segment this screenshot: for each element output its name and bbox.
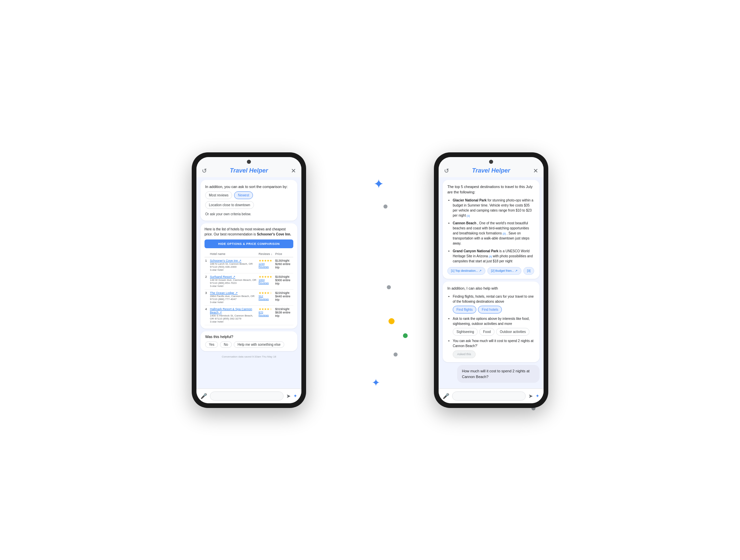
app-header-2: ↺ Travel Helper ✕ (439, 165, 544, 177)
sightseeing-chip[interactable]: Sightseeing (453, 328, 478, 336)
phone-1-screen: ↺ Travel Helper ✕ In addition, you can a… (196, 157, 301, 403)
chip-most-reviews[interactable]: Most reviews (205, 191, 232, 199)
camera-2 (489, 160, 493, 164)
food-chip[interactable]: Food (479, 328, 494, 336)
sort-chips: Most reviews Newest Location close to do… (205, 191, 293, 209)
ref-chip-2[interactable]: [2] Budget frien... ↗ (487, 267, 521, 275)
chat-input-1[interactable] (210, 391, 284, 401)
row4-name[interactable]: Hallmark Resort & Spa Cannon Beach ↗ (210, 307, 257, 314)
dest1-ref: [1] (467, 214, 470, 217)
bottom-bar-1: 🎤 ➤ ✦ (196, 388, 301, 403)
magic-icon-2[interactable]: ✦ (535, 393, 540, 399)
row3-name[interactable]: The Ocean Lodge ↗ (210, 291, 257, 295)
dest2-name: Cannon Beach (453, 221, 476, 225)
hotel-table: Hotel name Reviews ↓ Price 1 Schooner's … (205, 251, 293, 325)
also-help-intro: In addition, I can also help with (447, 286, 535, 291)
row3-info: The Ocean Lodge ↗ 2864 Pacific Ave, Cann… (209, 290, 258, 306)
row1-name[interactable]: Schooner's Cove Inn ↗ (210, 259, 257, 262)
dest1-name: Glacier National Park (453, 198, 487, 202)
destinations-intro: The top 5 cheapest destinations to trave… (447, 184, 535, 195)
user-message: How much will it cost to spend 2 nights … (457, 365, 540, 383)
send-icon-1[interactable]: ➤ (286, 393, 291, 399)
dot-gray-3 (394, 352, 398, 357)
col-name-header: Hotel name (209, 251, 258, 257)
row2-price: $150/night $300 entire trip (274, 273, 293, 290)
yes-chip[interactable]: Yes (205, 341, 218, 348)
row1-type: 3-star hotel (210, 268, 257, 271)
row4-info: Hallmark Resort & Spa Cannon Beach ↗ 140… (209, 306, 258, 325)
sparkle-icon-2: ✦ (373, 178, 384, 190)
app-title-1: Travel Helper (230, 167, 268, 174)
col-reviews-header: Reviews ↓ (258, 251, 275, 257)
row3-stars: ★★★★☆ 912 Reviews (258, 290, 275, 306)
row3-num: 3 (205, 290, 209, 306)
magic-icon-1[interactable]: ✦ (293, 393, 297, 399)
ref-chip-1[interactable]: [1] Top destination... ↗ (447, 267, 485, 275)
phone-2: ↺ Travel Helper ✕ The top 5 cheapest des… (434, 152, 548, 408)
dest2-ref: [2] (503, 232, 506, 235)
destination-2: Cannon Beach , One of the world's most b… (453, 221, 535, 246)
destinations-list: Glacier National Park for stunning photo… (447, 198, 535, 264)
row4-stars: ★★★★☆ 870 Reviews (258, 306, 275, 325)
dot-gray-1 (383, 204, 387, 209)
chip-location[interactable]: Location close to downtown (205, 201, 254, 209)
row1-info: Schooner's Cove Inn ↗ 188 N Larch St, Ca… (209, 257, 258, 273)
row1-stars: ★★★★★ 1234 Reviews (258, 257, 275, 273)
no-chip[interactable]: No (220, 341, 232, 348)
row2-num: 2 (205, 273, 209, 290)
row2-stars: ★★★★★ 1004 Reviews (258, 273, 275, 290)
destination-3: Grand Canyon National Park is a UNESCO W… (453, 249, 535, 264)
feedback-chips: Yes No Help me with something else (205, 341, 293, 348)
table-row: 3 The Ocean Lodge ↗ 2864 Pacific Ave, Ca… (205, 290, 293, 306)
row3-price: $220/night $440 entire trip (274, 290, 293, 306)
row2-info: Surfsand Resort ↗ 148 W Gower Ave, Canno… (209, 273, 258, 290)
outdoor-chip[interactable]: Outdoor activities (496, 328, 529, 336)
table-row: 2 Surfsand Resort ↗ 148 W Gower Ave, Can… (205, 273, 293, 290)
col-price-header: Price (274, 251, 293, 257)
dot-green-2 (403, 333, 408, 338)
reference-chips: [1] Top destination... ↗ [2] Budget frie… (447, 267, 535, 275)
phone-1-notch (196, 157, 301, 165)
row1-addr: 188 N Larch St, Cannon Beach, OR 97110 (… (210, 262, 257, 268)
chip-newest[interactable]: Newest (234, 191, 253, 199)
row4-num: 4 (205, 306, 209, 325)
find-hotels-chip[interactable]: Find hotels (478, 306, 502, 313)
mic-icon-2[interactable]: 🎤 (443, 393, 449, 399)
sparkle-icon-3: ✦ (372, 378, 380, 388)
help-chip[interactable]: Help me with something else (234, 341, 284, 348)
history-icon-1[interactable]: ↺ (202, 167, 207, 175)
mic-icon-1[interactable]: 🎤 (200, 393, 207, 399)
row1-num: 1 (205, 257, 209, 273)
phone-2-notch (439, 157, 544, 165)
chat-input-2[interactable] (452, 391, 526, 401)
close-icon-2[interactable]: ✕ (533, 167, 538, 175)
camera-1 (247, 160, 251, 164)
destination-1: Glacier National Park for stunning photo… (453, 198, 535, 218)
phone-1: ↺ Travel Helper ✕ In addition, you can a… (192, 152, 306, 408)
interest-chips: Sightseeing Food Outdoor activities (453, 328, 535, 336)
dot-yellow-2 (388, 318, 395, 324)
send-icon-2[interactable]: ➤ (528, 393, 533, 399)
help-item-3: You can ask 'how much will it cost to sp… (453, 338, 535, 359)
timestamp: Conversation data saved 9:33am Thu May 1… (200, 354, 297, 360)
help-item-2: Ask to rank the options above by interes… (453, 316, 535, 336)
col-num-header (205, 251, 209, 257)
row2-name[interactable]: Surfsand Resort ↗ (210, 275, 257, 278)
hide-options-button[interactable]: HIDE OPTIONS & PRICE COMPARISON (205, 239, 293, 248)
row4-price: $319/night $638 entire trip (274, 306, 293, 325)
feedback-bubble: Was this helpful? Yes No Help me with so… (200, 331, 297, 351)
table-row: 4 Hallmark Resort & Spa Cannon Beach ↗ 1… (205, 306, 293, 325)
find-flights-chip[interactable]: Find flights (453, 306, 476, 313)
row1-price: $130/night $260 entire trip (274, 257, 293, 273)
ref-chip-3[interactable]: [3] (523, 267, 534, 275)
dot-gray-2 (387, 285, 391, 289)
own-criteria-text: Or ask your own criteria below. (205, 212, 293, 217)
close-icon-1[interactable]: ✕ (291, 167, 296, 175)
history-icon-2[interactable]: ↺ (444, 167, 449, 175)
sort-text: In addition, you can ask to sort the com… (205, 184, 293, 190)
app-title-2: Travel Helper (472, 167, 510, 174)
flight-hotel-chips: Find flights Find hotels (453, 306, 535, 313)
destinations-bubble: The top 5 cheapest destinations to trave… (443, 180, 540, 279)
table-row: 1 Schooner's Cove Inn ↗ 188 N Larch St, … (205, 257, 293, 273)
sort-bubble: In addition, you can ask to sort the com… (200, 180, 297, 221)
